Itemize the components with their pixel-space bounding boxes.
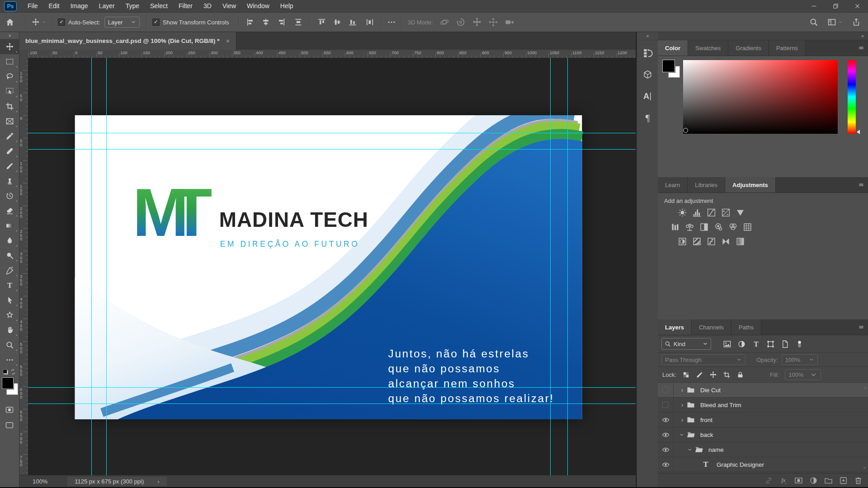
filter-shape-icon[interactable] <box>766 340 775 348</box>
tool-crop[interactable] <box>0 99 19 114</box>
visibility-toggle[interactable] <box>658 413 674 427</box>
tool-brush[interactable] <box>0 159 19 174</box>
default-colors-icon[interactable] <box>3 369 8 375</box>
visibility-toggle[interactable] <box>658 442 674 457</box>
tool-dodge[interactable] <box>0 248 19 263</box>
layers-tab-channels[interactable]: Channels <box>692 319 731 335</box>
home-icon[interactable] <box>5 18 14 27</box>
align-left-edges-icon[interactable] <box>246 18 255 27</box>
delete-layer-icon[interactable] <box>854 476 863 485</box>
tool-history-brush[interactable] <box>0 188 19 203</box>
adjustment-channel-mixer-icon[interactable] <box>728 222 738 232</box>
3d-slide-icon[interactable] <box>488 17 498 27</box>
guide-vertical[interactable] <box>550 58 551 475</box>
quick-mask-icon[interactable] <box>5 405 14 414</box>
new-adjustment-icon[interactable] <box>809 476 818 485</box>
screen-mode-icon[interactable] <box>5 421 14 430</box>
zoom-level[interactable]: 100% <box>33 478 47 485</box>
color-tab-gradients[interactable]: Gradients <box>728 40 769 56</box>
workspace-switcher-icon[interactable] <box>827 18 836 27</box>
guide-horizontal[interactable] <box>28 404 636 404</box>
align-right-edges-icon[interactable] <box>277 18 286 27</box>
layers-tab-layers[interactable]: Layers <box>658 319 692 335</box>
adjustment-invert-icon[interactable] <box>678 237 687 246</box>
layer-filter-kind-dropdown[interactable]: Kind <box>661 338 711 350</box>
tool-custom-shape[interactable] <box>0 308 19 323</box>
auto-select-checkbox[interactable]: ✓ <box>58 19 65 26</box>
adjustment-brightness-contrast-icon[interactable] <box>678 208 687 217</box>
minimize-button[interactable] <box>803 0 825 12</box>
layer-row-graphic-designer[interactable]: TGraphic Designer <box>658 457 868 472</box>
align-top-edges-icon[interactable] <box>317 18 326 27</box>
adjustment-levels-icon[interactable] <box>692 208 702 217</box>
3d-orbit-icon[interactable] <box>439 17 449 27</box>
lock-artboard-icon[interactable] <box>723 371 731 379</box>
menu-window[interactable]: Window <box>241 0 275 12</box>
tool-eyedropper[interactable] <box>0 129 19 144</box>
menu-select[interactable]: Select <box>145 0 173 12</box>
guide-vertical[interactable] <box>91 58 92 475</box>
opacity-input[interactable]: 100% <box>782 354 818 365</box>
tool-eraser[interactable] <box>0 203 19 218</box>
tool-clone-stamp[interactable] <box>0 174 19 188</box>
panel-icon-paragraph[interactable]: ¶ <box>637 109 658 127</box>
foreground-color-chip[interactable] <box>662 60 675 72</box>
menu-3d[interactable]: 3D <box>198 0 217 12</box>
saturation-brightness-field[interactable] <box>683 60 838 134</box>
adjustment-photo-filter-icon[interactable] <box>714 222 723 232</box>
guide-horizontal[interactable] <box>28 149 636 150</box>
layer-row-back[interactable]: ›back <box>658 427 868 442</box>
blend-mode-dropdown[interactable]: Pass Through <box>661 354 745 365</box>
adjustment-black-white-icon[interactable] <box>699 222 709 232</box>
ruler-corner[interactable] <box>19 50 28 58</box>
align-horizontal-centers-icon[interactable] <box>261 18 270 27</box>
collapse-group-icon[interactable]: › <box>679 431 686 439</box>
lock-pixels-icon[interactable] <box>696 371 703 379</box>
adjustment-hue-saturation-icon[interactable] <box>670 222 680 232</box>
filter-adjustment-icon[interactable] <box>737 340 746 348</box>
new-group-icon[interactable] <box>824 476 833 485</box>
close-button[interactable] <box>846 0 868 12</box>
adjustment-gradient-map-icon[interactable] <box>721 237 731 246</box>
tool-pen[interactable] <box>0 263 19 278</box>
collapse-group-icon[interactable]: › <box>687 446 694 454</box>
tool-spot-healing-brush[interactable] <box>0 144 19 159</box>
auto-select-target-dropdown[interactable]: Layer <box>104 17 140 28</box>
menu-layer[interactable]: Layer <box>94 0 120 12</box>
expand-panels-button[interactable]: ‹‹ <box>637 32 658 40</box>
tool-object-selection[interactable] <box>0 84 19 99</box>
distribute-icon[interactable] <box>294 18 303 27</box>
panel-icon-properties-3d[interactable] <box>637 66 658 84</box>
layer-mask-icon[interactable] <box>794 476 803 485</box>
expand-group-icon[interactable]: › <box>678 386 686 394</box>
hue-slider-arrow[interactable] <box>857 130 860 134</box>
swap-colors-icon[interactable] <box>10 369 16 375</box>
new-layer-icon[interactable] <box>839 476 848 485</box>
menu-filter[interactable]: Filter <box>173 0 198 12</box>
align-vertical-centers-icon[interactable] <box>333 18 342 27</box>
color-tab-swatches[interactable]: Swatches <box>688 40 728 56</box>
filter-type-icon[interactable]: T <box>752 340 760 348</box>
toolbar-expand-button[interactable]: ›› <box>0 32 19 39</box>
tool-path-selection[interactable] <box>0 293 19 308</box>
foreground-color-chip[interactable] <box>2 377 14 389</box>
status-options-icon[interactable]: › <box>157 478 159 485</box>
color-cursor[interactable] <box>683 128 688 133</box>
visibility-toggle[interactable] <box>658 398 674 412</box>
adjustment-exposure-icon[interactable] <box>721 208 731 217</box>
menu-image[interactable]: Image <box>65 0 94 12</box>
document-tab[interactable]: blue_minimal_wavy_business_card.psd @ 10… <box>19 32 236 50</box>
color-tab-color[interactable]: Color <box>658 40 688 56</box>
tool-frame[interactable] <box>0 114 19 129</box>
3d-pan-icon[interactable] <box>472 17 482 27</box>
tool-lasso[interactable] <box>0 69 19 84</box>
close-tab-icon[interactable]: × <box>226 37 230 45</box>
panel-icon-history[interactable] <box>637 44 658 62</box>
link-layers-icon[interactable] <box>764 476 773 485</box>
lock-position-icon[interactable] <box>709 371 717 379</box>
align-bottom-edges-icon[interactable] <box>348 18 357 27</box>
share-icon[interactable] <box>852 18 861 27</box>
tool-hand[interactable] <box>0 323 19 338</box>
lock-all-icon[interactable] <box>736 371 744 379</box>
filter-toggle-icon[interactable] <box>795 340 804 348</box>
